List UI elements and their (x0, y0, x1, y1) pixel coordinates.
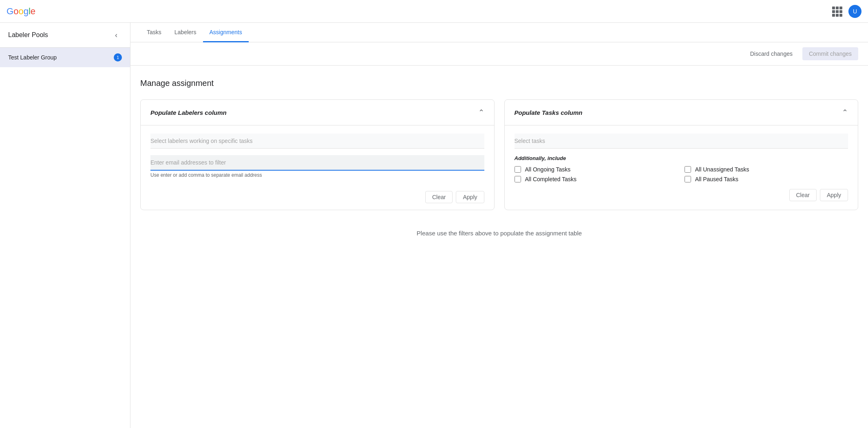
sidebar-title: Labeler Pools (8, 31, 48, 39)
tasks-collapse-icon[interactable]: ⌃ (842, 108, 848, 117)
labelers-clear-button[interactable]: Clear (425, 191, 453, 203)
labelers-select-input[interactable] (150, 134, 484, 148)
page-content: Manage assignment Populate Labelers colu… (130, 66, 868, 428)
checkbox-unassigned-input[interactable] (685, 166, 691, 173)
labelers-panel-header: Populate Labelers column ⌃ (141, 100, 494, 125)
tasks-apply-button[interactable]: Apply (820, 189, 848, 201)
collapse-button[interactable]: ‹ (110, 29, 122, 41)
sidebar: Labeler Pools ‹ Test Labeler Group 1 (0, 23, 130, 428)
tasks-panel-title: Populate Tasks column (515, 109, 583, 116)
sidebar-header: Labeler Pools ‹ (0, 23, 130, 48)
checkbox-ongoing-label: All Ongoing Tasks (525, 166, 571, 173)
checkbox-paused-tasks[interactable]: All Paused Tasks (685, 176, 848, 182)
labelers-panel: Populate Labelers column ⌃ Use enter or … (140, 99, 495, 210)
page-title: Manage assignment (140, 79, 858, 88)
tasks-select-input[interactable] (515, 134, 848, 148)
checkbox-paused-label: All Paused Tasks (695, 176, 738, 182)
labelers-panel-body: Use enter or add comma to separate email… (141, 125, 494, 210)
tasks-panel: Populate Tasks column ⌃ Additionally, in… (504, 99, 859, 210)
checkbox-ongoing-input[interactable] (515, 166, 521, 173)
tab-tasks[interactable]: Tasks (140, 23, 168, 42)
email-input-wrap (150, 155, 484, 171)
tasks-panel-actions: Clear Apply (515, 182, 848, 201)
avatar[interactable]: U (848, 5, 861, 18)
discard-changes-button[interactable]: Discard changes (745, 47, 797, 60)
checkbox-unassigned-tasks[interactable]: All Unassigned Tasks (685, 166, 848, 173)
top-bar-right: U (832, 5, 861, 18)
labelers-collapse-icon[interactable]: ⌃ (478, 108, 484, 117)
tasks-clear-button[interactable]: Clear (789, 189, 817, 201)
additionally-label: Additionally, include (515, 155, 848, 161)
commit-changes-button[interactable]: Commit changes (802, 47, 858, 60)
tasks-panel-body: Additionally, include All Ongoing Tasks … (505, 125, 858, 208)
checkbox-completed-input[interactable] (515, 176, 521, 182)
email-filter-input[interactable] (150, 155, 484, 170)
tasks-select-wrap (515, 134, 848, 149)
apps-icon[interactable] (832, 7, 842, 16)
checkboxes-grid: All Ongoing Tasks All Unassigned Tasks A… (515, 166, 848, 182)
checkbox-completed-label: All Completed Tasks (525, 176, 577, 182)
tasks-panel-header: Populate Tasks column ⌃ (505, 100, 858, 125)
empty-state-message: Please use the filters above to populate… (417, 230, 582, 237)
tab-assignments[interactable]: Assignments (203, 23, 249, 42)
labelers-apply-button[interactable]: Apply (456, 191, 484, 203)
main-area: Tasks Labelers Assignments Discard chang… (130, 23, 868, 428)
labelers-panel-actions: Clear Apply (150, 184, 484, 203)
email-input-hint: Use enter or add comma to separate email… (150, 172, 484, 178)
action-bar: Discard changes Commit changes (130, 42, 868, 66)
labelers-select-wrap (150, 134, 484, 149)
checkbox-completed-tasks[interactable]: All Completed Tasks (515, 176, 678, 182)
top-bar: Google U (0, 0, 868, 23)
google-logo: Google (7, 6, 35, 17)
empty-state: Please use the filters above to populate… (140, 210, 858, 256)
labelers-panel-title: Populate Labelers column (150, 109, 227, 116)
checkbox-paused-input[interactable] (685, 176, 691, 182)
checkbox-ongoing-tasks[interactable]: All Ongoing Tasks (515, 166, 678, 173)
checkbox-unassigned-label: All Unassigned Tasks (695, 166, 749, 173)
sidebar-badge: 1 (114, 53, 122, 61)
main-layout: Labeler Pools ‹ Test Labeler Group 1 Tas… (0, 23, 868, 428)
panels-row: Populate Labelers column ⌃ Use enter or … (140, 99, 858, 210)
sidebar-item-test-labeler-group[interactable]: Test Labeler Group 1 (0, 48, 130, 67)
sidebar-item-label: Test Labeler Group (8, 54, 57, 61)
tab-labelers[interactable]: Labelers (168, 23, 203, 42)
tab-bar: Tasks Labelers Assignments (130, 23, 868, 42)
